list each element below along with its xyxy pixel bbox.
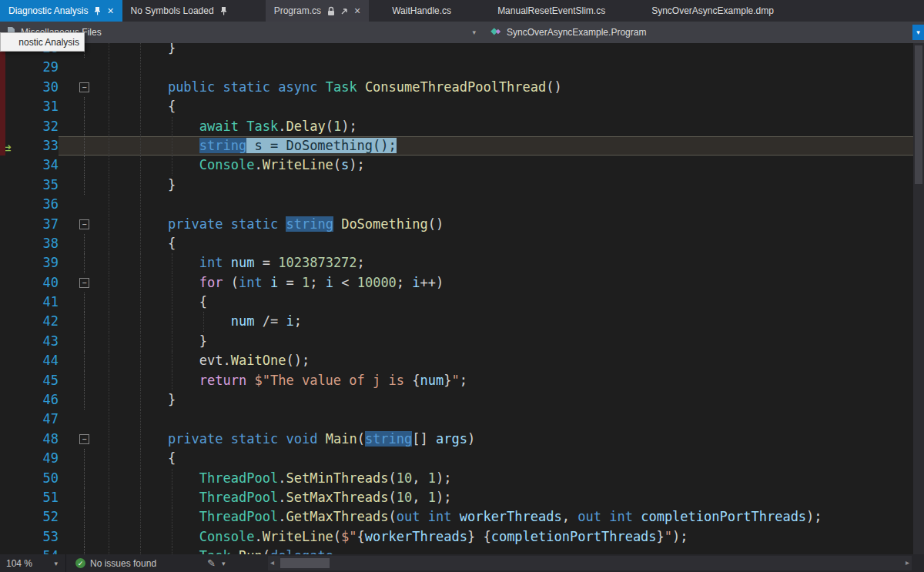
code-line[interactable]: 50 ThreadPool.SetMinThreads(10, 1); — [0, 469, 913, 488]
pin-icon[interactable] — [93, 6, 102, 15]
outlining-margin[interactable] — [59, 234, 89, 253]
fold-toggle[interactable]: − — [79, 278, 89, 288]
outlining-margin[interactable] — [59, 351, 89, 370]
code-line[interactable]: 42 num /= i; — [0, 312, 913, 331]
code-line[interactable]: 40− for (int i = 1; i < 10000; i++) — [0, 273, 913, 293]
line-number[interactable]: 33 — [23, 136, 59, 156]
breakpoint-margin[interactable] — [0, 332, 23, 351]
code-text[interactable]: { — [89, 449, 913, 468]
code-line[interactable]: 47 — [0, 410, 913, 429]
code-text[interactable]: } — [89, 176, 913, 195]
outlining-margin[interactable] — [59, 527, 89, 547]
scroll-left-icon[interactable]: ◂ — [270, 558, 274, 567]
outlining-margin[interactable]: − — [59, 78, 89, 97]
code-text[interactable]: await Task.Delay(1); — [89, 117, 913, 136]
line-number[interactable]: 31 — [23, 97, 59, 116]
outlining-margin[interactable] — [59, 449, 89, 468]
line-number[interactable]: 38 — [23, 234, 59, 253]
close-icon[interactable]: × — [107, 5, 113, 16]
breakpoint-margin[interactable] — [0, 273, 23, 293]
breakpoint-margin[interactable] — [0, 547, 23, 554]
code-line[interactable]: 54 Task.Run(delegate — [0, 547, 913, 554]
line-number[interactable]: 44 — [23, 351, 59, 370]
breakpoint-margin[interactable] — [0, 195, 23, 214]
code-text[interactable]: ThreadPool.SetMinThreads(10, 1); — [89, 469, 913, 488]
code-line[interactable]: 52 ThreadPool.GetMaxThreads(out int work… — [0, 507, 913, 527]
code-line[interactable]: 38 { — [0, 234, 913, 253]
code-text[interactable]: evt.WaitOne(); — [89, 351, 913, 370]
outlining-margin[interactable]: − — [59, 215, 89, 234]
tab-syncoverasyncexample-dmp[interactable]: SyncOverAsyncExample.dmp — [628, 0, 797, 22]
horizontal-scrollbar[interactable]: ◂ ▸ — [268, 556, 912, 570]
outlining-margin[interactable]: − — [59, 273, 89, 293]
code-text[interactable]: private static void Main(string[] args) — [89, 430, 913, 449]
line-number[interactable]: 37 — [23, 215, 59, 234]
chevron-down-icon[interactable]: ▾ — [912, 25, 924, 40]
code-line[interactable]: 49 { — [0, 449, 913, 468]
tab-diagnostic-analysis[interactable]: Diagnostic Analysis× — [0, 0, 122, 22]
code-line[interactable]: 34 Console.WriteLine(s); — [0, 156, 913, 175]
code-line[interactable]: 48− private static void Main(string[] ar… — [0, 430, 913, 449]
tab-program-cs[interactable]: Program.cs× — [266, 0, 370, 22]
outlining-margin[interactable] — [59, 156, 89, 175]
code-text[interactable]: num /= i; — [89, 312, 913, 331]
code-line[interactable]: 31 { — [0, 97, 913, 116]
line-number[interactable]: 29 — [23, 58, 59, 77]
breakpoint-margin[interactable] — [0, 371, 23, 390]
breakpoint-margin[interactable] — [0, 527, 23, 547]
scrollbar-thumb[interactable] — [915, 45, 922, 184]
pin-icon[interactable] — [219, 6, 228, 15]
outlining-margin[interactable] — [59, 293, 89, 312]
breakpoint-margin[interactable] — [0, 410, 23, 429]
breakpoint-margin[interactable] — [0, 253, 23, 273]
code-text[interactable]: ThreadPool.GetMaxThreads(out int workerT… — [89, 507, 913, 527]
outlining-margin[interactable] — [59, 136, 89, 156]
line-number[interactable]: 43 — [23, 332, 59, 351]
outlining-margin[interactable] — [59, 176, 89, 195]
outlining-margin[interactable] — [59, 371, 89, 390]
code-text[interactable]: public static async Task ConsumeThreadPo… — [89, 78, 913, 97]
code-text[interactable]: for (int i = 1; i < 10000; i++) — [89, 273, 913, 293]
outlining-margin[interactable] — [59, 469, 89, 488]
outlining-margin[interactable] — [59, 488, 89, 507]
scrollbar-thumb[interactable] — [280, 558, 330, 568]
health-indicator[interactable]: ✓ No issues found — [75, 558, 156, 569]
line-number[interactable]: 41 — [23, 293, 59, 312]
breakpoint-margin[interactable] — [0, 390, 23, 410]
outlining-margin[interactable] — [59, 195, 89, 214]
breakpoint-margin[interactable] — [0, 293, 23, 312]
code-line[interactable]: 53 Console.WriteLine($"{workerThreads} {… — [0, 527, 913, 547]
outlining-margin[interactable] — [59, 312, 89, 331]
line-number[interactable]: 36 — [23, 195, 59, 214]
code-line[interactable]: ⇄33 string s = DoSomething(); — [0, 136, 913, 156]
tab-no-symbols-loaded[interactable]: No Symbols Loaded — [122, 0, 236, 22]
code-line[interactable]: 36 — [0, 195, 913, 214]
code-text[interactable]: { — [89, 234, 913, 253]
code-text[interactable] — [89, 195, 913, 214]
code-text[interactable]: private static string DoSomething() — [89, 215, 913, 234]
code-text[interactable]: string s = DoSomething(); — [89, 136, 913, 156]
line-number[interactable]: 53 — [23, 527, 59, 547]
line-number[interactable]: 52 — [23, 507, 59, 527]
code-line[interactable]: 51 ThreadPool.SetMaxThreads(10, 1); — [0, 488, 913, 507]
breakpoint-margin[interactable] — [0, 469, 23, 488]
line-number[interactable]: 42 — [23, 312, 59, 331]
code-line[interactable]: 43 } — [0, 332, 913, 351]
code-text[interactable]: } — [89, 390, 913, 410]
line-number[interactable]: 48 — [23, 430, 59, 449]
code-text[interactable]: return $"The value of j is {num}"; — [89, 371, 913, 390]
code-text[interactable]: { — [89, 293, 913, 312]
line-number[interactable]: 50 — [23, 469, 59, 488]
code-text[interactable]: Task.Run(delegate — [89, 547, 913, 554]
breakpoint-margin[interactable] — [0, 156, 23, 175]
code-line[interactable]: 46 } — [0, 390, 913, 410]
code-line[interactable]: 28 } — [0, 43, 913, 58]
vertical-scrollbar[interactable] — [913, 43, 924, 554]
breakpoint-margin[interactable] — [0, 351, 23, 370]
code-text[interactable]: Console.WriteLine(s); — [89, 156, 913, 175]
code-line[interactable]: 30− public static async Task ConsumeThre… — [0, 78, 913, 97]
breakpoint-margin[interactable] — [0, 312, 23, 331]
code-text[interactable]: Console.WriteLine($"{workerThreads} {com… — [89, 527, 913, 547]
line-number[interactable]: 51 — [23, 488, 59, 507]
code-text[interactable]: } — [89, 332, 913, 351]
